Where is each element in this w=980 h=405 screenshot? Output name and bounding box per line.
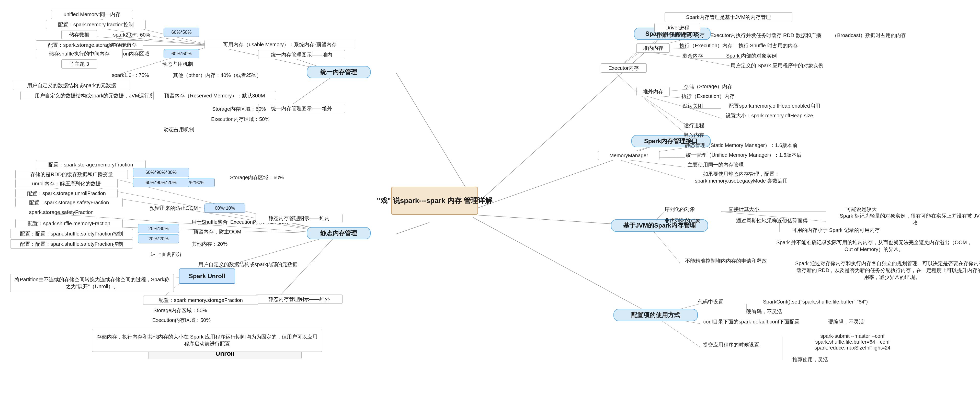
node-executor-mem: Executor内存 [601, 64, 647, 73]
node-shuffle-frac: 配置：spark.shuffle.memoryFraction [15, 219, 123, 228]
node-off-default: 默认关闭 [677, 101, 708, 110]
svg-line-1 [396, 73, 473, 199]
node-storage60: Storage内存区域：60% [220, 173, 294, 182]
node-spark16: spark1.6+ : 75% [102, 70, 159, 80]
node-safety-val: spark.storage.safetyFraction [15, 207, 107, 217]
node-off-storage: 存储（Storage）内存 [677, 82, 739, 91]
node-exec50: Execution内存区域：50% [202, 115, 278, 124]
node-shuffle-safety2: 配置：配置：spark.shuffle.safetyFraction控制 [10, 239, 133, 249]
node-code-cfg: 代码中设置 [690, 297, 731, 306]
node-legacy-cfg: 如果要使用静态内存管理，配置：spark.memory.useLegacyMod… [670, 169, 813, 186]
node-conf-dir: conf目录下面的spark-default.conf下面配置 [690, 317, 813, 326]
node-off-cfg1: 配置spark.memory.offHeap.enabled启用 [713, 101, 836, 110]
section-config[interactable]: 配置项的使用方式 [614, 309, 698, 321]
node-unser-desc: 通过周期性地采样近似估算而得 [718, 216, 826, 225]
node-dynamic2: 动态占用机制 [151, 125, 207, 134]
node-safety-frac: 配置：spark.storage.safetyFraction [15, 198, 123, 207]
node-static-heap-diag: 静态内存管理图示——堆内 [256, 214, 342, 223]
node-1-top2: 1- 上面两部分 [138, 250, 194, 259]
node-static-off-diag: 静态内存管理图示——堆外 [256, 295, 342, 304]
node-offheap-mem: 堆外内存 [636, 87, 670, 96]
node-spark-unroll: Spark Unroll [179, 268, 235, 284]
node-unified-mem-label: unified Memory:同一内存 [51, 10, 133, 19]
node-unified-mgr: 统一管理（Unified Memory Manager）：1.6版本后 [670, 150, 818, 159]
node-recommend: 推荐使用，灵活 [782, 355, 838, 364]
node-unified-diag-heap: 统一内存管理图示——堆内 [258, 50, 345, 59]
node-storage50: Storage内存区域：50% [202, 104, 276, 113]
node-static-cfg: 配置：spark.memory.storageFraction [143, 296, 258, 305]
node-unroll-frac: 配置：spark.storage.unrollFraction [15, 189, 118, 198]
node-submit-vals: spark-submit --master --confspark.shuffl… [782, 330, 923, 353]
node-static-frac: 配置：spark.storage.memoryFraction [36, 160, 146, 169]
node-shuffle-safety: 配置：配置：spark.shuffle.safetyFraction控制 [10, 229, 133, 238]
node-avail-mem: 可用的内存小于 Spark 记录的可用内存 [772, 225, 900, 235]
node-exec-exec: 执行（Execution）内存 执行 Shuffle 时占用的内存 [677, 41, 800, 50]
node-ser-obj: 序列化的对象 [654, 204, 705, 214]
node-free-mem: 释放内存 [677, 131, 711, 140]
node-nocontrol: 不能精准控制堆内内存的申请和释放 [670, 256, 782, 265]
node-60-50b: 60%*50% [164, 49, 199, 58]
node-60-90-20: 60%*90%*20% [133, 178, 189, 187]
node-cfg-fraction: 配置：spark.memory.fraction控制 [46, 20, 146, 29]
node-partition-desc: 将Partition由不连续的存储空间转换为连续存储空间的过程，Spark称之为… [10, 274, 174, 292]
node-hard-noflx: 硬编码，不灵活 [736, 307, 792, 316]
node-static-mgr: 静态管理（Static Memory Manager）：1.6版本前 [670, 140, 813, 150]
node-usable-mem: 可用内存（usable Memory）：系统内存-预留内存 [205, 40, 355, 49]
node-spark-noacc: Spark 并不能准确记录实际可用的堆内内存，从而也就无法完全避免内存溢出（OO… [772, 236, 977, 256]
node-ser-desc: 直接计算大小 [718, 204, 769, 214]
node-static-off-desc: 存储内存，执行内存和其他内存的大小在 Spark 应用程序运行期间均为为固定的，… [92, 329, 322, 352]
node-heap-mem: 堆内内存 [636, 43, 670, 53]
node-off-exec: 执行（Execution）内存 [677, 91, 739, 101]
section-static-memory[interactable]: 静态内存管理 [307, 227, 371, 239]
node-other-mem: 其他（other）内存：40%（或者25%） [161, 70, 274, 80]
node-60-10: 60%*10% [205, 204, 245, 213]
node-spark-obj: Spark 内部的对象实例 [716, 51, 787, 61]
node-user-ds: 用户自定义的数据结构或spark的元数据 [13, 81, 130, 90]
node-20-20: 20%*20% [138, 234, 179, 243]
svg-line-4 [396, 222, 430, 234]
node-broadcast: （Broadcast）数据时占用的内存 [808, 31, 931, 40]
node-shuffle-mid: 储存shuffle执行的中间内存 [36, 49, 123, 58]
center-node: "戏" 说spark---spark 内存 管理详解 [391, 187, 478, 215]
node-spark2plus: spark2.0+ : 60% [102, 30, 161, 39]
svg-line-28 [614, 71, 639, 94]
node-dynamic: 动态占用机制 [151, 59, 205, 69]
node-user-obj: 用户定义的 Spark 应用程序中的对象实例 [716, 61, 838, 70]
node-user-ds3: 用户自定义的数据结构或spark内部的元数据 [184, 260, 312, 269]
node-run-proc: 运行进程 [677, 121, 711, 130]
node-same-mgr: 主要使用同一的内存管理 [670, 160, 762, 169]
node-conf-hard2: 硬编码，不灵活 [818, 317, 874, 326]
node-code-val: SparkConf().set("spark.shuffle.file.buff… [736, 297, 895, 306]
node-nocontrol-desc: Spark 通过对存储内存和执行内存各自独立的规划管理，可以决定是否要在存储内存… [790, 256, 980, 284]
node-jvm-based: Spark内存管理是基于JVM的内存管理 [665, 12, 792, 22]
svg-line-8 [286, 73, 337, 108]
node-exec50b: Execution内存区域：50% [143, 316, 220, 325]
node-store-data: 储存数据 [61, 30, 97, 39]
node-other20: 其他内存：20% [184, 239, 235, 249]
svg-line-0 [473, 35, 665, 207]
node-remain-mem: 剩余内存 [677, 51, 708, 61]
node-subtopic3: 子主题 3 [61, 59, 97, 69]
node-unroll-cfg: unroll内存：解压序列化的数据 [15, 179, 118, 188]
node-memory-manager: MemoryManager [598, 151, 659, 160]
node-unser-obj: 非序列化的对象 [654, 216, 711, 225]
node-stored-rdd: 存储的是RDD的缓存数据和广播变量 [15, 170, 128, 179]
node-submit-cfg: 提交应用程序的时候设置 [690, 340, 772, 349]
node-storage-mem: Storage内存 [102, 40, 143, 49]
node-off-size: 设置大小：spark.memory.offHeap.size [713, 111, 826, 120]
node-reserved: 预留内存（Reserved Memory）：默认300M [153, 91, 276, 100]
section-unified-memory[interactable]: 统一内存管理 [307, 66, 371, 78]
node-storage-exec: 存储（Storage）内存 Executor内执行并发任务时缓存 RDD 数据和… [677, 31, 800, 40]
node-jvm-note: Spark 标记为轻量的对象实例，很有可能在实际上并没有被 JVM 回收 [833, 215, 980, 224]
main-canvas: "戏" 说spark---spark 内存 管理详解 Spark内存管理简述 统… [0, 0, 980, 405]
node-20-80: 20%*80% [138, 224, 179, 233]
svg-line-5 [473, 217, 654, 316]
node-60-90-80: 60%*90%*80% [133, 168, 189, 177]
node-storage50b: Storage内存区域：50% [143, 306, 217, 315]
center-label: "戏" 说spark---spark 内存 管理详解 [377, 196, 492, 206]
node-60-50: 60%*50% [164, 28, 199, 37]
node-prevent-oom: 预留出来的防止OOM [138, 204, 210, 213]
node-reserved-oom: 预留内存，防止OOM [184, 227, 250, 236]
